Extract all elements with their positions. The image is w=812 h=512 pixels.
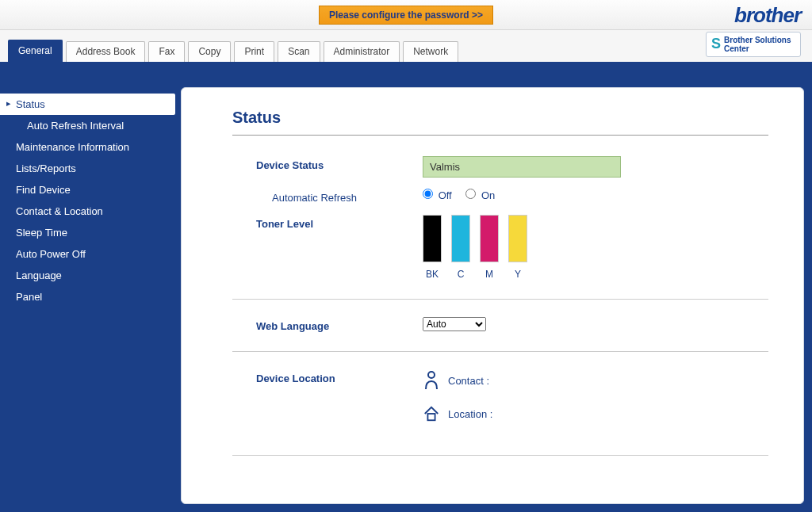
sidebar-item-contact-location[interactable]: Contact & Location	[0, 201, 174, 222]
row-device-status: Device Status Valmis	[232, 156, 768, 178]
row-device-location: Device Location Contact :	[232, 369, 768, 436]
toner-y: Y	[508, 215, 527, 280]
toner-label-m: M	[480, 269, 499, 280]
title-rule	[232, 135, 768, 136]
device-status-value: Valmis	[423, 156, 621, 178]
tab-administrator[interactable]: Administrator	[324, 41, 400, 62]
tab-print[interactable]: Print	[234, 41, 274, 62]
toner-bar-inner-bk	[423, 216, 441, 262]
tab-general[interactable]: General	[8, 40, 63, 62]
toner-bar-inner-m	[481, 216, 498, 262]
brother-logo: brother	[734, 3, 801, 28]
location-icon	[423, 403, 440, 425]
toner-bar-inner-c	[452, 216, 469, 262]
solutions-icon: S	[711, 36, 721, 52]
sidebar-item-auto-power-off[interactable]: Auto Power Off	[0, 243, 174, 265]
section-rule-2	[232, 351, 768, 352]
sidebar-item-find-device[interactable]: Find Device	[0, 179, 174, 201]
auto-refresh-radios: Off On	[423, 189, 768, 201]
svg-rect-1	[427, 414, 435, 420]
solutions-center-label: Brother Solutions Center	[724, 36, 795, 53]
sidebar-item-panel[interactable]: Panel	[0, 286, 174, 308]
toner-bar-outer-bk	[423, 215, 442, 262]
toner-label-bk: BK	[423, 269, 442, 280]
toner-block: BKCMY	[423, 215, 768, 280]
auto-refresh-label: Automatic Refresh	[232, 189, 423, 204]
auto-refresh-off-label: Off	[439, 189, 452, 201]
tab-fax[interactable]: Fax	[148, 41, 185, 62]
device-location-label: Device Location	[232, 369, 423, 384]
auto-refresh-on-label: On	[481, 189, 495, 201]
sidebar-item-maintenance-information[interactable]: Maintenance Information	[0, 136, 174, 158]
location-label: Location :	[448, 408, 492, 420]
device-status-label: Device Status	[232, 156, 423, 171]
tab-scan[interactable]: Scan	[278, 41, 320, 62]
toner-m: M	[480, 215, 499, 280]
tab-copy[interactable]: Copy	[188, 41, 231, 62]
tab-bar: GeneralAddress BookFaxCopyPrintScanAdmin…	[0, 30, 812, 62]
svg-point-0	[428, 372, 435, 378]
contact-row: Contact :	[423, 369, 768, 392]
web-language-select[interactable]: Auto	[423, 317, 486, 331]
toner-level-label: Toner Level	[232, 215, 423, 230]
toner-bar-inner-y	[509, 216, 527, 262]
web-language-label: Web Language	[232, 317, 423, 332]
content-card: Status Device Status Valmis Automatic Re…	[181, 87, 804, 504]
toner-bar-outer-m	[480, 215, 499, 262]
sidebar-item-status[interactable]: Status	[0, 94, 175, 115]
section-rule-1	[232, 299, 768, 300]
location-row: Location :	[423, 403, 768, 425]
configure-password-button[interactable]: Please configure the password >>	[319, 6, 493, 25]
page-title: Status	[232, 109, 768, 127]
tab-address-book[interactable]: Address Book	[66, 41, 146, 62]
sidebar-item-auto-refresh-interval[interactable]: Auto Refresh Interval	[0, 115, 174, 136]
sidebar: StatusAuto Refresh IntervalMaintenance I…	[0, 68, 174, 512]
sidebar-item-language[interactable]: Language	[0, 265, 174, 286]
sidebar-item-lists-reports[interactable]: Lists/Reports	[0, 158, 174, 179]
contact-icon	[423, 369, 440, 392]
row-toner-level: Toner Level BKCMY	[232, 215, 768, 280]
top-banner: Please configure the password >> brother	[0, 0, 812, 30]
contact-label: Contact :	[448, 375, 489, 387]
auto-refresh-on[interactable]: On	[465, 189, 495, 201]
toner-label-c: C	[451, 269, 470, 280]
main-area: StatusAuto Refresh IntervalMaintenance I…	[0, 62, 812, 512]
solutions-center-link[interactable]: S Brother Solutions Center	[706, 32, 801, 57]
sidebar-item-sleep-time[interactable]: Sleep Time	[0, 222, 174, 243]
tab-network[interactable]: Network	[403, 41, 458, 62]
toner-c: C	[451, 215, 470, 280]
content-outer: Status Device Status Valmis Automatic Re…	[174, 68, 812, 512]
toner-bar-outer-c	[451, 215, 470, 262]
auto-refresh-off-radio[interactable]	[423, 189, 433, 199]
auto-refresh-off[interactable]: Off	[423, 189, 454, 201]
row-auto-refresh: Automatic Refresh Off On	[232, 189, 768, 204]
section-rule-3	[232, 455, 768, 456]
row-web-language: Web Language Auto	[232, 317, 768, 332]
toner-label-y: Y	[508, 269, 527, 280]
toner-bk: BK	[423, 215, 442, 280]
auto-refresh-on-radio[interactable]	[465, 189, 476, 199]
toner-bar-outer-y	[508, 215, 527, 262]
